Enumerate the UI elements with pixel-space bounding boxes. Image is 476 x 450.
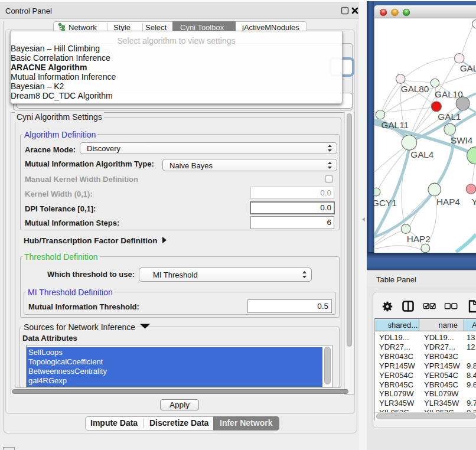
svg-text:Y: Y <box>472 197 476 207</box>
svg-text:HAP4: HAP4 <box>436 197 460 207</box>
svg-text:GAL10: GAL10 <box>435 89 463 99</box>
svg-text:GAL1: GAL1 <box>438 112 461 122</box>
svg-text:GCY1: GCY1 <box>374 198 397 208</box>
svg-text:SWI4: SWI4 <box>451 135 473 145</box>
svg-text:GAL80: GAL80 <box>401 84 429 94</box>
svg-text:GAL: GAL <box>460 63 476 73</box>
svg-text:GAL4: GAL4 <box>410 149 434 159</box>
svg-text:GAL11: GAL11 <box>382 120 409 130</box>
svg-text:HAP2: HAP2 <box>407 234 431 244</box>
